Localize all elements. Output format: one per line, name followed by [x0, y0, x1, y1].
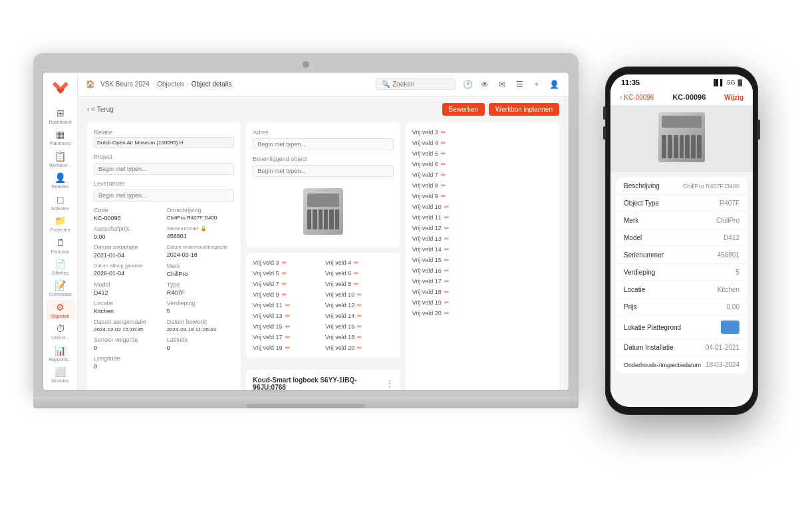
phone-label-locatie: Locatie: [624, 286, 645, 293]
sidebar-item-dashboard[interactable]: ⊞ Dashboard: [46, 106, 75, 126]
free-field-edit-9[interactable]: ✏: [282, 291, 287, 298]
edit-icon-18r[interactable]: ✏: [444, 289, 450, 295]
free-field-label-16: Vrij veld 16: [325, 323, 354, 330]
main-content: 🏠 VSK Beurs 2024 › Objecten › Object det…: [78, 72, 569, 390]
free-field-edit-11[interactable]: ✏: [285, 302, 291, 309]
phone-row-model: Model D412: [616, 229, 747, 247]
edit-icon-19r[interactable]: ✏: [444, 299, 450, 306]
datum-aangemaakt-label: Datum aangemaakt: [94, 319, 162, 325]
edit-icon-6r[interactable]: ✏: [441, 161, 446, 168]
app-logo[interactable]: [50, 78, 71, 99]
edit-icon-3r[interactable]: ✏: [441, 129, 446, 136]
sidebar-item-artikelen[interactable]: ◻ Artikelen: [46, 192, 75, 212]
search-input[interactable]: [392, 80, 446, 88]
phone-row-serienummer: Serienummer 456801: [616, 247, 747, 264]
edit-icon-10r[interactable]: ✏: [444, 203, 450, 210]
sidebar-item-urenst[interactable]: ⏱ Urenst...: [46, 322, 75, 342]
home-icon[interactable]: 🏠: [86, 80, 95, 88]
free-field-14: Vrij veld 14 ✏: [325, 313, 394, 319]
free-field-edit-6[interactable]: ✏: [354, 270, 359, 277]
free-field-edit-18[interactable]: ✏: [357, 334, 362, 340]
list-icon[interactable]: ☰: [513, 78, 526, 91]
free-field-edit-4[interactable]: ✏: [354, 259, 359, 266]
free-field-edit-13[interactable]: ✏: [285, 313, 291, 319]
breadcrumb-vsk[interactable]: VSK Beurs 2024: [100, 80, 150, 88]
phone-value-serienummer: 456801: [718, 251, 739, 259]
user-icon[interactable]: 👤: [547, 78, 561, 91]
free-field-10-right: Vrij veld 10 ✏: [412, 203, 553, 210]
relatie-value[interactable]: Dutch Open Air Museum (100095) H: [94, 137, 234, 148]
edit-icon-7r[interactable]: ✏: [441, 172, 446, 178]
logbook-menu-icon[interactable]: ⋮: [386, 379, 394, 388]
sidebar-item-planboard[interactable]: ▦ Planboord: [46, 127, 75, 147]
sidebar-item-offertes[interactable]: 📄 Offertes: [46, 257, 75, 277]
free-field-9: Vrij veld 9 ✏: [253, 291, 321, 298]
sidebar-item-relaties[interactable]: 👤 Relaties: [46, 170, 75, 190]
laptop: ⊞ Dashboard ▦ Planboord 📋 Werkbon... 👤 R…: [33, 53, 579, 408]
free-field-17: Vrij veld 17 ✏: [253, 334, 321, 340]
edit-button[interactable]: Bewerken: [442, 103, 485, 116]
bovenliggend-input[interactable]: [253, 165, 393, 177]
free-field-label-8-r: Vrij veld 8: [412, 182, 438, 189]
edit-icon-16r[interactable]: ✏: [444, 267, 450, 274]
sorteer-value: 0: [94, 344, 162, 351]
search-bar[interactable]: 🔍: [376, 78, 456, 90]
topbar: 🏠 VSK Beurs 2024 › Objecten › Object det…: [78, 72, 569, 96]
sidebar-item-facturen[interactable]: 🗒 Facturen: [46, 235, 75, 255]
sidebar-item-werkbon[interactable]: 📋 Werkbon...: [46, 149, 75, 169]
sidebar-item-rapporta[interactable]: 📊 Rapporta...: [46, 343, 75, 363]
edit-icon-4r[interactable]: ✏: [441, 140, 446, 146]
merk-value: ChillPro: [167, 271, 235, 277]
phone-value-prijs: 0,00: [727, 303, 739, 311]
clock-icon[interactable]: 🕐: [461, 78, 474, 91]
edit-icon-13r[interactable]: ✏: [444, 235, 450, 242]
project-input[interactable]: [94, 163, 234, 175]
leverancier-input[interactable]: [94, 190, 234, 201]
free-field-edit-14[interactable]: ✏: [357, 313, 362, 319]
edit-icon-11r[interactable]: ✏: [444, 214, 450, 221]
edit-icon-20r[interactable]: ✏: [444, 310, 450, 317]
sidebar-item-modules[interactable]: ⬜ Modules: [46, 365, 75, 385]
edit-icon-12r[interactable]: ✏: [444, 225, 450, 231]
phone-back-button[interactable]: ‹ KC-00096: [620, 94, 654, 101]
sidebar-item-contracten[interactable]: 📝 Contracten: [46, 279, 75, 299]
free-field-edit-17[interactable]: ✏: [285, 334, 291, 340]
free-field-edit-8[interactable]: ✏: [354, 281, 359, 287]
bovenliggend-label: Bovenliggend object: [253, 156, 393, 162]
free-field-label-6-r: Vrij veld 6: [412, 161, 438, 168]
verdieping-value: 5: [167, 308, 235, 315]
edit-icon-17r[interactable]: ✏: [444, 278, 450, 285]
plan-button[interactable]: Werkbon inplannen: [489, 103, 559, 116]
edit-icon-8r[interactable]: ✏: [441, 182, 446, 189]
bovenliggend-group: Bovenliggend object: [253, 156, 393, 177]
eye-icon[interactable]: 👁: [478, 78, 491, 91]
free-field-edit-16[interactable]: ✏: [357, 323, 362, 330]
sidebar-label-artikelen: Artikelen: [51, 206, 69, 211]
free-field-edit-12[interactable]: ✏: [357, 302, 362, 309]
sidebar-item-objecten[interactable]: ⚙ Objecten: [46, 300, 75, 320]
edit-icon-15r[interactable]: ✏: [444, 257, 450, 263]
breadcrumb-objecten[interactable]: Objecten: [157, 80, 184, 88]
free-field-edit-19[interactable]: ✏: [285, 344, 291, 351]
phone-value-model: D412: [724, 234, 739, 241]
signal-bars-icon: ▐▌▌: [712, 79, 724, 86]
mail-icon[interactable]: ✉: [495, 78, 509, 91]
free-field-edit-7[interactable]: ✏: [282, 281, 287, 287]
phone-wijzig-button[interactable]: Wijzig: [724, 94, 743, 101]
sidebar-item-projecten[interactable]: 📁 Projecten: [46, 213, 75, 233]
back-button[interactable]: ‹ < Terug: [87, 106, 114, 113]
adres-input[interactable]: [253, 138, 393, 150]
free-field-edit-5[interactable]: ✏: [282, 270, 287, 277]
laptop-base: [33, 396, 579, 408]
free-field-edit-15[interactable]: ✏: [285, 323, 291, 330]
edit-icon-9r[interactable]: ✏: [441, 193, 446, 200]
edit-icon-5r[interactable]: ✏: [441, 150, 446, 157]
serienummer-label: Serienummer 🔒: [167, 225, 235, 231]
free-field-edit-3[interactable]: ✏: [282, 259, 287, 266]
free-field-edit-20[interactable]: ✏: [357, 344, 362, 351]
free-field-7: Vrij veld 7 ✏: [253, 281, 321, 287]
plus-icon[interactable]: ＋: [530, 78, 543, 91]
edit-icon-14r[interactable]: ✏: [444, 246, 450, 253]
free-field-edit-10[interactable]: ✏: [357, 291, 362, 298]
phone-map-thumbnail[interactable]: [721, 321, 739, 334]
